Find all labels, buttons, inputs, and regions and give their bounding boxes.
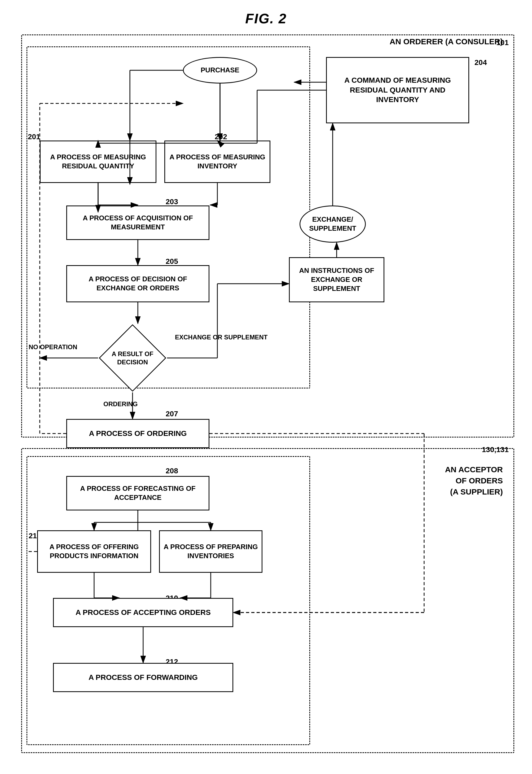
- figure-title: FIG. 2: [11, 11, 521, 27]
- ref-204: 204: [474, 58, 487, 67]
- process-forwarding: A PROCESS OF FORWARDING: [53, 663, 233, 692]
- ref-203: 203: [166, 197, 178, 206]
- ordering-label: ORDERING: [103, 401, 138, 408]
- exchange-supplement-label: EXCHANGE OR SUPPLEMENT: [175, 333, 267, 342]
- command-box: A COMMAND OF MEASURING RESIDUAL QUANTITY…: [326, 57, 469, 123]
- orderer-label: AN ORDERER (A CONSULER): [390, 37, 503, 46]
- process-preparing: A PROCESS OF PREPARING INVENTORIES: [159, 530, 262, 573]
- process-measuring-residual: A PROCESS OF MEASURING RESIDUAL QUANTITY: [40, 140, 156, 183]
- ref-202: 202: [215, 133, 227, 141]
- purchase-oval: PURCHASE: [183, 57, 257, 83]
- process-forecasting: A PROCESS OF FORECASTING OF ACCEPTANCE: [66, 476, 209, 511]
- ref-201: 201: [28, 133, 40, 141]
- ref-205: 205: [166, 257, 178, 266]
- result-decision-diamond: [98, 323, 167, 393]
- ref-208: 208: [166, 467, 178, 475]
- process-decision: A PROCESS OF DECISION OF EXCHANGE OR ORD…: [66, 265, 209, 302]
- process-ordering: A PROCESS OF ORDERING: [66, 419, 209, 448]
- process-accepting: A PROCESS OF ACCEPTING ORDERS: [53, 598, 233, 627]
- instructions-exchange: AN INSTRUCTIONS OF EXCHANGE OR SUPPLEMEN…: [289, 257, 384, 302]
- exchange-supplement-oval: EXCHANGE/ SUPPLEMENT: [300, 205, 366, 243]
- ref-207: 207: [166, 410, 178, 418]
- no-operation-label: NO OPERATION: [29, 343, 77, 351]
- process-measuring-inventory: A PROCESS OF MEASURING INVENTORY: [164, 140, 270, 183]
- process-acquisition: A PROCESS OF ACQUISITION OF MEASUREMENT: [66, 205, 209, 240]
- process-offering: A PROCESS OF OFFERING PRODUCTS INFORMATI…: [37, 530, 151, 573]
- acceptor-label: AN ACCEPTOR OF ORDERS (A SUPPLIER): [445, 464, 503, 498]
- svg-marker-0: [99, 325, 166, 391]
